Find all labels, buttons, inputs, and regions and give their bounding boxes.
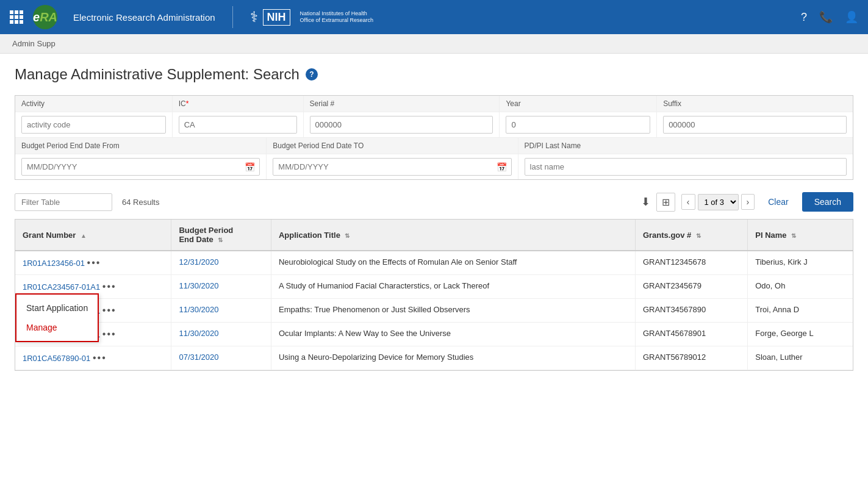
manage-item[interactable]: Manage [16, 318, 98, 337]
cell-budget-end-date: 12/31/2020 [171, 251, 271, 275]
budget-to-calendar-icon[interactable]: 📅 [497, 162, 507, 172]
header-left: eRA Electronic Research Administration ⚕… [10, 5, 801, 29]
user-icon[interactable]: 👤 [845, 10, 858, 24]
ic-input[interactable] [179, 116, 297, 134]
cell-pi-name: Forge, George L [748, 323, 853, 346]
cell-app-title: Neurobiological Study on the Effects of … [271, 251, 635, 275]
budget-from-input-wrap: 📅 [15, 154, 266, 179]
cell-pi-name: Tiberius, Kirk J [748, 251, 853, 275]
pager: ‹ 1 of 32 of 33 of 3 › [681, 194, 755, 210]
row-actions-button[interactable]: ••• [102, 329, 117, 340]
cell-budget-end-date: 11/30/2020 [171, 299, 271, 323]
row-actions-button[interactable]: ••• [87, 257, 101, 268]
results-table: Grant Number ▲ Budget PeriodEnd Date ⇅ A… [15, 220, 853, 370]
page-title: Manage Administrative Supplement: Search… [15, 66, 853, 83]
cell-grants-gov: GRANT56789012 [635, 346, 747, 370]
clear-button[interactable]: Clear [761, 192, 795, 212]
activity-field: Activity [15, 96, 173, 137]
grant-number-link[interactable]: 1R01CA234567-01A1 [23, 282, 100, 292]
results-table-wrap: Grant Number ▲ Budget PeriodEnd Date ⇅ A… [15, 219, 853, 371]
budget-date-link[interactable]: 11/30/2020 [179, 305, 218, 314]
search-form: Activity IC* Serial # [15, 95, 853, 180]
year-field: Year [500, 96, 657, 137]
budget-from-input[interactable] [21, 158, 260, 176]
budget-from-calendar-icon[interactable]: 📅 [245, 162, 255, 172]
year-input-wrap [500, 112, 656, 137]
year-label: Year [500, 96, 656, 112]
serial-input[interactable] [310, 116, 493, 134]
cell-grant-number: 1R01A123456-01 ••• [15, 251, 171, 275]
cell-app-title: Using a Neuro-Depolarizing Device for Me… [271, 346, 635, 370]
pager-next-button[interactable]: › [741, 194, 755, 210]
grid-view-button[interactable]: ⊞ [656, 193, 675, 212]
cell-grants-gov: GRANT34567890 [635, 299, 747, 323]
grant-number-link[interactable]: 1R01CA567890-01 [23, 354, 90, 363]
table-row: 1R01CA456789-01A1 •••11/30/2020Ocular Im… [15, 323, 853, 346]
suffix-input-wrap [657, 112, 853, 137]
suffix-label: Suffix [657, 96, 853, 112]
grant-number-link[interactable]: 1R01A123456-01 [23, 259, 85, 268]
row-actions-button[interactable]: ••• [102, 305, 117, 316]
row-actions-button[interactable]: ••• [102, 281, 117, 292]
col-grants-gov[interactable]: Grants.gov # ⇅ [635, 220, 747, 251]
start-application-item[interactable]: Start Application [16, 298, 98, 318]
pi-input[interactable] [525, 158, 847, 176]
serial-field: Serial # [304, 96, 500, 137]
filter-input[interactable] [15, 193, 112, 211]
header-divider [232, 6, 233, 28]
ic-label: IC* [173, 96, 303, 112]
pager-prev-button[interactable]: ‹ [681, 194, 695, 210]
download-button[interactable]: ⬇ [641, 195, 650, 209]
row-actions-popup: Start Application Manage [15, 293, 99, 342]
budget-date-link[interactable]: 11/30/2020 [179, 281, 218, 290]
cell-app-title: Empaths: True Phenomenon or Just Skilled… [271, 299, 635, 323]
form-row-2: Budget Period End Date From 📅 Budget Per… [15, 138, 853, 179]
col-app-title[interactable]: Application Title ⇅ [271, 220, 635, 251]
col-grant-number[interactable]: Grant Number ▲ [15, 220, 171, 251]
budget-to-input[interactable] [273, 158, 511, 176]
cell-pi-name: Odo, Oh [748, 275, 853, 299]
budget-date-link[interactable]: 07/31/2020 [179, 353, 218, 362]
nih-box: NIH [263, 9, 290, 26]
page-help-icon[interactable]: ? [306, 68, 318, 81]
table-body: 1R01A123456-01 •••12/31/2020Neurobiologi… [15, 251, 853, 370]
col-budget-end-date[interactable]: Budget PeriodEnd Date ⇅ [171, 220, 271, 251]
activity-input-wrap [15, 112, 172, 137]
cell-grants-gov: GRANT2345679 [635, 275, 747, 299]
col-pi-name[interactable]: PI Name ⇅ [748, 220, 853, 251]
cell-budget-end-date: 11/30/2020 [171, 323, 271, 346]
budget-from-date-wrap: 📅 [21, 158, 260, 176]
app-grid-icon[interactable] [10, 10, 23, 24]
serial-label: Serial # [304, 96, 500, 112]
cell-grants-gov: GRANT45678901 [635, 323, 747, 346]
table-row: 1R01CA345678-01A1 •••11/30/2020Empaths: … [15, 299, 853, 323]
cell-grant-number: 1R01CA567890-01 ••• [15, 346, 171, 370]
table-row: 1R01CA567890-01 •••07/31/2020Using a Neu… [15, 346, 853, 370]
cell-app-title: A Study of Humaniod Facial Characterstic… [271, 275, 635, 299]
phone-icon[interactable]: 📞 [819, 10, 833, 24]
cell-app-title: Ocular Implants: A New Way to See the Un… [271, 323, 635, 346]
budget-date-link[interactable]: 12/31/2020 [179, 257, 218, 267]
nih-logo: ⚕ NIH National Institutes of Health Offi… [250, 9, 373, 26]
nih-text: NIH [267, 11, 286, 24]
year-input[interactable] [506, 116, 650, 134]
budget-to-input-wrap: 📅 [267, 154, 517, 179]
cell-budget-end-date: 07/31/2020 [171, 346, 271, 370]
row-actions-button[interactable]: ••• [93, 353, 107, 363]
activity-input[interactable] [21, 116, 166, 134]
pi-field: PD/PI Last Name [518, 138, 853, 179]
search-button[interactable]: Search [802, 192, 853, 212]
nih-subtitle: National Institutes of Health Office of … [300, 10, 373, 24]
cell-pi-name: Troi, Anna D [748, 299, 853, 323]
table-header: Grant Number ▲ Budget PeriodEnd Date ⇅ A… [15, 220, 853, 251]
help-icon[interactable]: ? [801, 11, 807, 24]
ic-required: * [186, 99, 189, 108]
suffix-field: Suffix [657, 96, 853, 137]
budget-to-label: Budget Period End Date TO [267, 138, 517, 154]
table-row: 1R01CA234567-01A1 ••• Start Application … [15, 275, 853, 299]
pager-select[interactable]: 1 of 32 of 33 of 3 [698, 194, 739, 210]
budget-date-link[interactable]: 11/30/2020 [179, 329, 218, 338]
suffix-input[interactable] [663, 116, 847, 134]
cell-budget-end-date: 11/30/2020 [171, 275, 271, 299]
ic-input-wrap [173, 112, 303, 137]
